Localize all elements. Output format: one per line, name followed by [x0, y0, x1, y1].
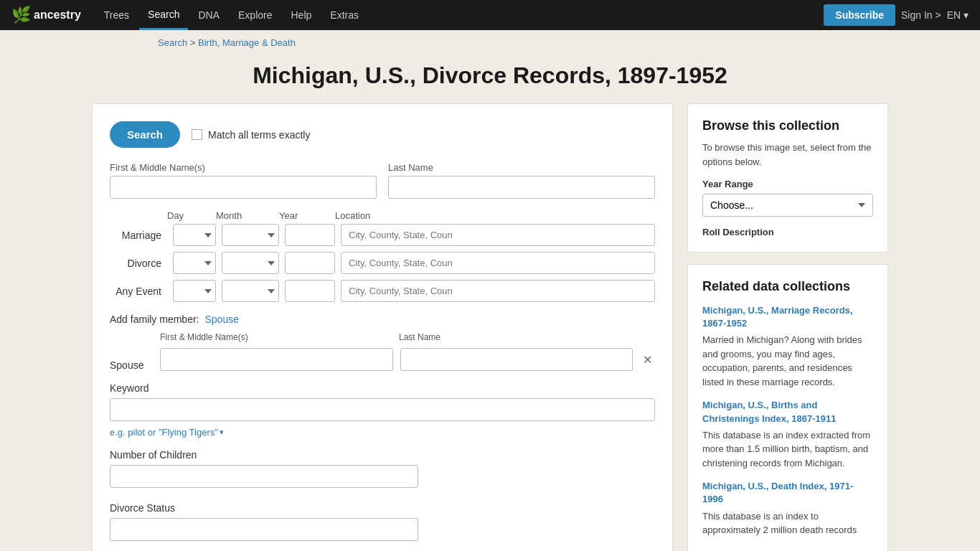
logo-text: ancestry: [34, 9, 81, 22]
keyword-section: Keyword e.g. pilot or "Flying Tigers": [110, 382, 655, 438]
browse-box: Browse this collection To browse this im…: [687, 103, 888, 253]
divorce-location-input[interactable]: [341, 252, 655, 274]
divorce-day-select[interactable]: [173, 252, 216, 274]
related-box: Related data collections Michigan, U.S.,…: [687, 264, 888, 551]
keyword-hint[interactable]: e.g. pilot or "Flying Tigers": [110, 427, 224, 438]
breadcrumb-separator: >: [190, 37, 198, 48]
related-link-2[interactable]: Michigan, U.S., Death Index, 1971-1996: [702, 480, 873, 506]
related-item-2: Michigan, U.S., Death Index, 1971-1996 T…: [702, 480, 873, 537]
related-item-1: Michigan, U.S., Births and Christenings …: [702, 399, 873, 470]
match-checkbox[interactable]: [192, 129, 202, 140]
nav-links: Trees Search DNA Explore Help Extras: [95, 0, 824, 30]
marriage-month-select[interactable]: [222, 224, 279, 246]
nav-trees[interactable]: Trees: [95, 0, 138, 30]
spouse-close-icon[interactable]: ✕: [640, 353, 655, 367]
event-header: Day Month Year Location: [110, 210, 655, 221]
spouse-first-label: First & Middle Name(s): [160, 332, 392, 342]
related-title: Related data collections: [702, 279, 873, 294]
any-event-day-select[interactable]: [173, 280, 216, 302]
header-month: Month: [216, 210, 273, 221]
spouse-first-group: [160, 348, 393, 371]
divorce-status-label: Divorce Status: [110, 502, 655, 514]
marriage-year-input[interactable]: [285, 224, 335, 246]
nav-help[interactable]: Help: [283, 0, 321, 30]
children-label: Number of Children: [110, 449, 655, 461]
spouse-last-input[interactable]: [400, 348, 633, 371]
any-event-month-select[interactable]: [222, 280, 279, 302]
nav-right: Subscribe Sign In > EN ▾: [824, 4, 969, 26]
related-link-0[interactable]: Michigan, U.S., Marriage Records, 1867-1…: [702, 304, 873, 330]
spouse-last-label: Last Name: [399, 332, 631, 342]
year-range-select[interactable]: Choose...: [702, 194, 873, 217]
children-section: Number of Children: [110, 449, 655, 491]
add-family-label: Add family member:: [110, 314, 199, 325]
match-text: Match all terms exactly: [208, 129, 310, 141]
related-item-0: Michigan, U.S., Marriage Records, 1867-1…: [702, 304, 873, 389]
spouse-first-input[interactable]: [160, 348, 393, 371]
related-link-1[interactable]: Michigan, U.S., Births and Christenings …: [702, 399, 873, 425]
browse-title: Browse this collection: [702, 118, 873, 133]
leaf-icon: 🌿: [11, 6, 31, 24]
keyword-label: Keyword: [110, 382, 655, 394]
header-year: Year: [279, 210, 329, 221]
right-panel: Browse this collection To browse this im…: [687, 103, 888, 551]
header-day: Day: [167, 210, 210, 221]
search-top: Search Match all terms exactly: [110, 121, 655, 148]
page-title: Michigan, U.S., Divorce Records, 1897-19…: [0, 55, 980, 103]
search-button[interactable]: Search: [110, 121, 180, 148]
nav-extras[interactable]: Extras: [321, 0, 367, 30]
spouse-row: Spouse ✕: [110, 348, 655, 371]
browse-desc: To browse this image set, select from th…: [702, 141, 873, 169]
marriage-location-input[interactable]: [341, 224, 655, 246]
roll-description-label: Roll Description: [702, 227, 873, 237]
family-section: Add family member: Spouse First & Middle…: [110, 314, 655, 371]
related-desc-1: This database is an index extracted from…: [702, 428, 873, 471]
subscribe-button[interactable]: Subscribe: [824, 4, 895, 26]
main-layout: Search Match all terms exactly First & M…: [77, 103, 903, 551]
header-location: Location: [335, 210, 655, 221]
signin-link[interactable]: Sign In >: [901, 9, 941, 21]
divorce-year-input[interactable]: [285, 252, 335, 274]
marriage-label: Marriage: [110, 230, 167, 241]
breadcrumb-search[interactable]: Search: [158, 37, 187, 48]
match-label[interactable]: Match all terms exactly: [192, 129, 310, 141]
any-event-year-input[interactable]: [285, 280, 335, 302]
divorce-status-input[interactable]: [110, 518, 418, 541]
first-name-input[interactable]: [110, 176, 377, 199]
any-event-location-input[interactable]: [341, 280, 655, 302]
nav-explore[interactable]: Explore: [230, 0, 281, 30]
family-header: Add family member: Spouse: [110, 314, 655, 325]
keyword-input[interactable]: [110, 398, 655, 421]
spouse-link[interactable]: Spouse: [204, 314, 238, 325]
spouse-row-label: Spouse: [110, 359, 153, 371]
marriage-day-select[interactable]: [173, 224, 216, 246]
children-input[interactable]: [110, 465, 418, 488]
divorce-month-select[interactable]: [222, 252, 279, 274]
breadcrumb-category[interactable]: Birth, Marriage & Death: [198, 37, 296, 48]
search-panel: Search Match all terms exactly First & M…: [92, 103, 673, 551]
any-event-label: Any Event: [110, 286, 167, 297]
spouse-last-group: [400, 348, 633, 371]
related-desc-2: This database is an index to approximate…: [702, 509, 873, 537]
divorce-status-section: Divorce Status: [110, 502, 655, 544]
nav-dna[interactable]: DNA: [189, 0, 228, 30]
divorce-label: Divorce: [110, 258, 167, 269]
last-name-input[interactable]: [388, 176, 655, 199]
last-name-group: Last Name: [388, 162, 655, 199]
nav-search[interactable]: Search: [139, 0, 188, 30]
logo[interactable]: 🌿 ancestry: [11, 6, 81, 24]
marriage-row: Marriage: [110, 224, 655, 246]
year-range-label: Year Range: [702, 179, 873, 189]
first-name-label: First & Middle Name(s): [110, 162, 377, 173]
divorce-row: Divorce: [110, 252, 655, 274]
navigation: 🌿 ancestry Trees Search DNA Explore Help…: [0, 0, 980, 30]
breadcrumb: Search > Birth, Marriage & Death: [0, 30, 980, 55]
any-event-row: Any Event: [110, 280, 655, 302]
first-name-group: First & Middle Name(s): [110, 162, 377, 199]
language-selector[interactable]: EN ▾: [947, 9, 969, 21]
name-row: First & Middle Name(s) Last Name: [110, 162, 655, 199]
related-desc-0: Married in Michigan? Along with brides a…: [702, 333, 873, 389]
last-name-label: Last Name: [388, 162, 655, 173]
